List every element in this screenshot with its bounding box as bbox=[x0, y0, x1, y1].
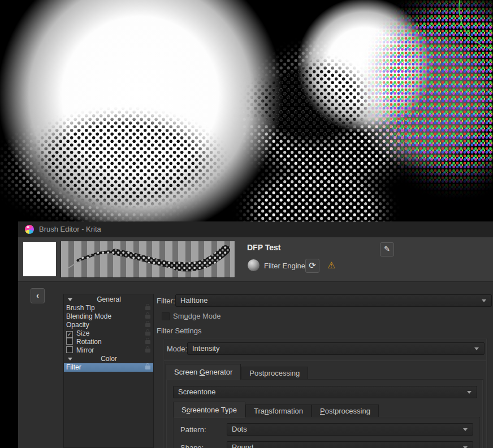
tab-screen-generator[interactable]: Screen Generator bbox=[166, 364, 241, 380]
dirty-preset-warning-icon: ⚠ bbox=[327, 260, 335, 271]
option-row-opacity[interactable]: Opacity bbox=[64, 321, 153, 329]
smudge-mode-label: Smudge Mode bbox=[173, 312, 221, 320]
brush-engine-label: Filter Engine bbox=[264, 262, 305, 270]
option-section-color[interactable]: Color bbox=[64, 355, 153, 363]
tab-postprocessing[interactable]: Postprocessing bbox=[241, 367, 308, 380]
pattern-label: Pattern: bbox=[180, 425, 206, 434]
filter-option-panel: Filter: Halftone Smudge Mode Filter Sett… bbox=[157, 294, 493, 448]
mode-select[interactable]: Intensity bbox=[187, 342, 485, 355]
lock-icon bbox=[145, 306, 150, 310]
tab-postprocessing-2[interactable]: Postprocessing bbox=[312, 404, 379, 417]
chevron-down-icon bbox=[474, 347, 479, 350]
rename-preset-button[interactable]: ✎ bbox=[380, 242, 394, 256]
option-section-general[interactable]: General bbox=[64, 295, 153, 304]
window-titlebar[interactable]: Brush Editor - Krita bbox=[18, 221, 493, 237]
brush-editor-window: Brush Editor - Krita bbox=[18, 221, 493, 448]
shape-select[interactable]: Round bbox=[227, 441, 473, 448]
scratchpad-stroke bbox=[61, 241, 233, 276]
section-expanded-icon bbox=[68, 298, 72, 301]
reload-icon: ⟳ bbox=[309, 260, 316, 270]
option-row-size[interactable]: ✓Size bbox=[64, 329, 153, 338]
filter-select[interactable]: Halftone bbox=[175, 294, 492, 307]
filter-label: Filter: bbox=[157, 297, 175, 305]
chevron-down-icon bbox=[463, 428, 468, 431]
shape-label: Shape: bbox=[180, 443, 204, 448]
filter-settings-group: Mode: Intensity Screen Generator Postpro… bbox=[163, 338, 487, 448]
option-row-brush-tip[interactable]: Brush Tip bbox=[64, 304, 153, 312]
mode-label: Mode: bbox=[167, 345, 187, 353]
lock-icon bbox=[145, 340, 150, 344]
lock-icon bbox=[145, 323, 150, 327]
brush-engine-icon bbox=[248, 259, 260, 271]
preset-name: DFP Test bbox=[247, 243, 280, 252]
editor-body: ‹ General Brush Tip Blending Mode Opacit… bbox=[18, 282, 493, 448]
preset-header: DFP Test Filter Engine ⟳ ⚠ ✎ bbox=[18, 237, 493, 282]
tab-screentone-type[interactable]: Screentone Type bbox=[173, 402, 245, 417]
lock-icon bbox=[145, 315, 150, 319]
smudge-mode-checkbox[interactable] bbox=[162, 312, 170, 320]
lock-icon bbox=[145, 332, 150, 336]
checkbox-unchecked[interactable] bbox=[66, 346, 73, 353]
pattern-select[interactable]: Dots bbox=[227, 423, 473, 436]
screentone-type-tab-page: Pattern: Dots Shape: Round bbox=[173, 417, 480, 448]
krita-application: Brush Editor - Krita bbox=[0, 0, 493, 448]
generator-select[interactable]: Screentone bbox=[173, 386, 477, 398]
option-row-rotation[interactable]: Rotation bbox=[64, 338, 153, 346]
check-icon: ✓ bbox=[67, 332, 72, 337]
screentone-tabbar: Screentone Type Transformation Postproce… bbox=[173, 402, 379, 417]
krita-logo-icon bbox=[25, 225, 34, 234]
collapse-panel-button[interactable]: ‹ bbox=[31, 288, 45, 303]
tab-transformation[interactable]: Transformation bbox=[245, 404, 312, 417]
option-row-mirror[interactable]: Mirror bbox=[64, 346, 153, 355]
generator-tabbar: Screen Generator Postprocessing bbox=[166, 364, 308, 380]
lock-icon bbox=[145, 366, 150, 369]
checkbox-checked[interactable]: ✓ bbox=[66, 331, 73, 338]
brush-scratchpad[interactable] bbox=[60, 241, 235, 278]
canvas-artwork[interactable] bbox=[0, 0, 493, 221]
reload-preset-button[interactable]: ⟳ bbox=[305, 259, 319, 273]
screen-generator-tab-page: Screentone Screentone Type Transformatio… bbox=[166, 379, 483, 448]
divider bbox=[164, 360, 486, 361]
preset-thumbnail bbox=[23, 242, 56, 276]
window-title: Brush Editor - Krita bbox=[39, 221, 101, 237]
pencil-icon: ✎ bbox=[384, 245, 390, 253]
section-expanded-icon bbox=[68, 358, 72, 360]
option-row-blending-mode[interactable]: Blending Mode bbox=[64, 312, 153, 321]
checkbox-unchecked[interactable] bbox=[66, 338, 73, 345]
chevron-left-icon: ‹ bbox=[36, 291, 39, 300]
chevron-down-icon bbox=[482, 299, 486, 302]
chevron-down-icon bbox=[467, 391, 472, 394]
option-row-filter-selected[interactable]: Filter bbox=[64, 363, 153, 372]
brush-options-list: General Brush Tip Blending Mode Opacity … bbox=[63, 294, 154, 448]
filter-settings-label: Filter Settings bbox=[157, 327, 201, 335]
lock-icon bbox=[145, 349, 150, 353]
